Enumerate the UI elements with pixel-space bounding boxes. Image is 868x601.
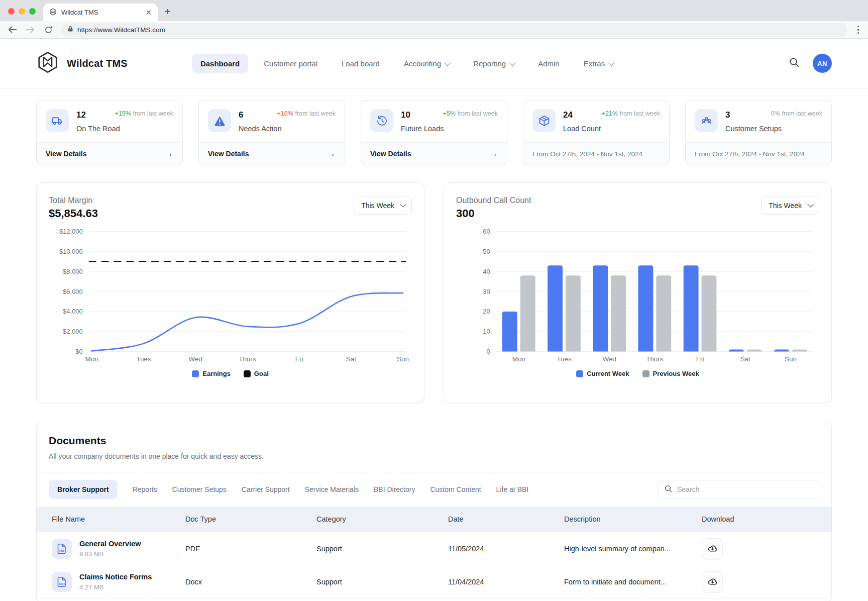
stat-card-text: 10Future Loads	[401, 109, 444, 133]
cell-date: 11/05/2024	[448, 545, 564, 553]
view-details-button[interactable]: View Details→	[37, 142, 182, 165]
nav-item-customer-portal[interactable]: Customer portal	[255, 54, 326, 73]
nav-item-dashboard[interactable]: Dashboard	[192, 54, 248, 73]
legend-item-current-week: Current Week	[576, 370, 629, 377]
stat-delta: +21% from last week	[602, 110, 660, 117]
cell-doc-type: PDF	[185, 545, 316, 553]
download-button[interactable]	[702, 538, 723, 559]
nav-item-reporting[interactable]: Reporting	[465, 54, 522, 73]
stat-card-on-the-road: 12On The Road+15% from last weekView Det…	[36, 100, 183, 165]
documents-search-box[interactable]	[658, 480, 819, 499]
doc-tab-service-materials[interactable]: Service Materials	[305, 485, 359, 493]
svg-text:$4,000: $4,000	[63, 308, 83, 315]
browser-menu-icon[interactable]	[855, 26, 861, 34]
svg-text:50: 50	[483, 248, 490, 255]
stat-footer-date-range: From Oct 27th, 2024 - Nov 1st, 2024	[523, 142, 669, 165]
browser-tab[interactable]: Wildcat TMS ✕	[43, 4, 158, 21]
brand[interactable]: Wildcat TMS	[36, 51, 128, 76]
browser-tab-strip: Wildcat TMS ✕ +	[0, 0, 868, 21]
outbound-calls-card: Outbound Call Count 300 This Week 010203…	[444, 182, 832, 403]
avatar[interactable]: AN	[813, 54, 832, 73]
doc-tab-customer-setups[interactable]: Customer Setups	[172, 485, 227, 493]
doc-tab-bbi-directory[interactable]: BBI Directory	[374, 485, 415, 493]
nav-item-label: Dashboard	[200, 59, 240, 68]
favicon	[49, 8, 57, 17]
total-margin-period-select[interactable]: This Week	[354, 196, 412, 215]
nav-item-admin[interactable]: Admin	[529, 54, 568, 73]
nav-item-extras[interactable]: Extras	[575, 54, 622, 73]
new-tab-button[interactable]: +	[165, 7, 171, 17]
svg-text:PDF: PDF	[59, 549, 65, 552]
download-button[interactable]	[702, 571, 723, 592]
total-margin-card: Total Margin $5,854.63 This Week $0$2,00…	[36, 182, 424, 403]
legend-swatch	[192, 370, 199, 377]
stat-delta-percent: 0%	[771, 110, 780, 117]
warning-icon	[208, 109, 231, 132]
search-icon[interactable]	[789, 57, 800, 70]
svg-text:Tues: Tues	[557, 355, 572, 363]
browser-toolbar: https://www.WildcatTMS.com	[0, 21, 868, 39]
view-details-button[interactable]: View Details→	[361, 142, 507, 165]
cell-download	[702, 571, 831, 592]
stat-delta: +15% from last week	[115, 110, 173, 117]
stat-delta: 0% from last week	[771, 110, 822, 117]
svg-text:$12,000: $12,000	[59, 228, 83, 235]
stat-delta-percent: +21%	[602, 110, 618, 117]
wildcat-logo-icon	[36, 51, 59, 76]
svg-text:Mon: Mon	[85, 355, 98, 363]
doc-tab-carrier-support[interactable]: Carrier Support	[242, 485, 290, 493]
svg-text:$0: $0	[75, 348, 82, 355]
svg-text:Sun: Sun	[397, 355, 409, 363]
svg-text:$10,000: $10,000	[59, 248, 83, 255]
forward-button[interactable]	[25, 26, 35, 34]
doc-tab-reports[interactable]: Reports	[133, 485, 157, 493]
legend-swatch	[642, 370, 649, 377]
column-header-description: Description	[564, 515, 702, 523]
nav-item-accounting[interactable]: Accounting	[395, 54, 458, 73]
file-cell: PDFGeneral Overview9.83 MB	[37, 539, 185, 559]
doc-tab-broker-support[interactable]: Broker Support	[49, 480, 118, 499]
reload-button[interactable]	[43, 26, 53, 34]
column-header-date: Date	[448, 515, 564, 523]
doc-tab-life-at-bbi[interactable]: Life at BBI	[496, 485, 529, 493]
stat-card-load-count: 24Load Count+21% from last weekFrom Oct …	[523, 100, 670, 165]
stat-value: 12	[76, 109, 120, 120]
stat-card-text: 12On The Road	[76, 109, 120, 133]
close-tab-icon[interactable]: ✕	[145, 9, 152, 16]
doc-tab-custom-content[interactable]: Custom Content	[430, 485, 481, 493]
documents-table-partial-row	[37, 598, 831, 601]
cell-category: Support	[316, 545, 448, 553]
outbound-calls-title: Outbound Call Count	[456, 196, 531, 205]
svg-text:Thurs: Thurs	[239, 355, 256, 363]
file-cell: DOCClaims Notice Forms4.27 MB	[37, 572, 185, 592]
nav-item-label: Extras	[584, 59, 605, 68]
stat-value: 6	[239, 109, 281, 120]
column-header-download: Download	[702, 515, 831, 523]
svg-text:Fri: Fri	[696, 355, 704, 363]
nav-item-load-board[interactable]: Load board	[333, 54, 388, 73]
file-size: 9.83 MB	[79, 550, 141, 558]
chevron-down-icon	[608, 59, 615, 66]
legend-item-earnings: Earnings	[192, 370, 231, 377]
cell-download	[702, 538, 831, 559]
stat-footer-date-range: From Oct 27th, 2024 - Nov 1st, 2024	[686, 142, 831, 165]
back-button[interactable]	[7, 26, 17, 34]
date-range-label: From Oct 27th, 2024 - Nov 1st, 2024	[695, 150, 805, 158]
legend-item-previous-week: Previous Week	[642, 370, 699, 377]
zoom-window-button[interactable]	[29, 8, 36, 15]
svg-text:Sat: Sat	[346, 355, 356, 363]
arrow-right-icon: →	[489, 149, 498, 159]
svg-text:Wed: Wed	[188, 355, 202, 363]
close-window-button[interactable]	[8, 8, 15, 15]
stat-card-body: 10Future Loads+5% from last week	[361, 101, 507, 142]
outbound-calls-period-select[interactable]: This Week	[761, 196, 819, 215]
documents-search-input[interactable]	[677, 485, 813, 493]
stat-delta-percent: +10%	[277, 110, 293, 117]
documents-tabs: Broker SupportReportsCustomer SetupsCarr…	[49, 480, 528, 499]
minimize-window-button[interactable]	[19, 8, 25, 15]
view-details-button[interactable]: View Details→	[199, 142, 345, 165]
address-bar[interactable]: https://www.WildcatTMS.com	[61, 23, 847, 37]
total-margin-title: Total Margin	[49, 196, 98, 205]
cell-category: Support	[316, 578, 448, 586]
window-controls	[8, 8, 36, 15]
